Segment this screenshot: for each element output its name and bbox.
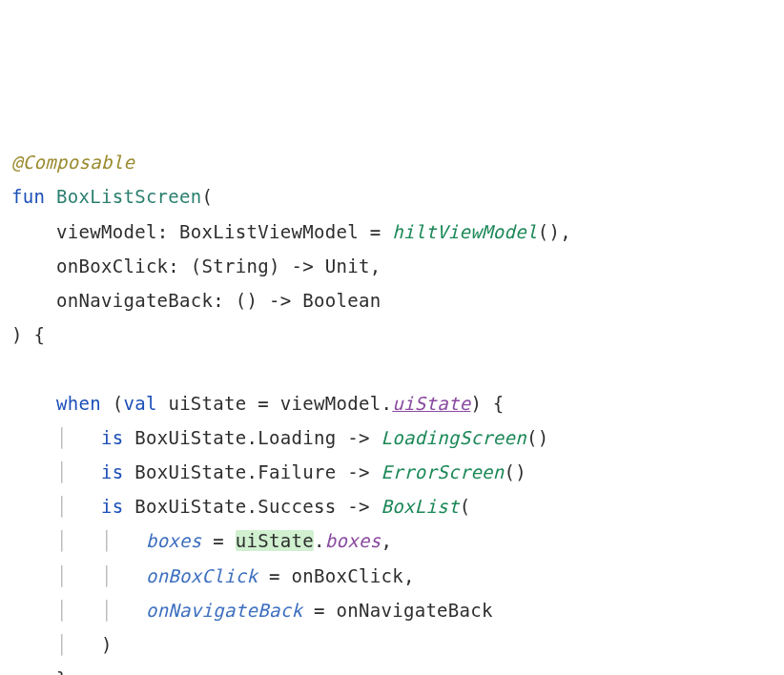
indent-guide: │ │ — [56, 565, 146, 586]
call-boxlist: BoxList — [381, 496, 459, 517]
highlight-uistate: uiState — [236, 530, 314, 551]
call-errorscreen: ErrorScreen — [381, 461, 504, 482]
arrow: -> — [347, 427, 369, 448]
line-branch-success: │ is BoxUiState.Success -> BoxList( — [11, 489, 773, 523]
dot: . — [381, 393, 392, 414]
line-param1: viewModel: BoxListViewModel = hiltViewMo… — [11, 215, 773, 249]
line-arg-onnavigateback: │ │ onNavigateBack = onNavigateBack — [11, 593, 773, 627]
comma: , — [381, 530, 392, 551]
when-open: ) { — [470, 393, 504, 414]
line-param2: onBoxClick: (String) -> Unit, — [11, 249, 773, 283]
paren-open: ( — [460, 496, 471, 517]
keyword-is: is — [101, 496, 123, 517]
indent-guide: │ │ — [56, 530, 146, 551]
val-onboxclick: onBoxClick — [292, 565, 403, 586]
indent-guide: │ — [56, 461, 101, 482]
named-arg-onnavigateback: onNavigateBack — [146, 600, 302, 621]
code-block: @Composablefun BoxListScreen( viewModel:… — [11, 145, 773, 675]
indent-guide: │ │ — [56, 600, 146, 621]
param-onnavigateback: onNavigateBack — [56, 290, 213, 311]
line-arg-boxes: │ │ boxes = uiState.boxes, — [11, 523, 773, 558]
call-loadingscreen: LoadingScreen — [381, 427, 526, 448]
comma: , — [560, 221, 571, 242]
type-lambda-string-unit: (String) -> Unit — [191, 256, 370, 276]
type-loading: BoxUiState.Loading — [134, 427, 336, 448]
keyword-when: when — [56, 393, 101, 414]
prop-uistate: uiState — [392, 393, 470, 414]
keyword-is: is — [101, 427, 123, 448]
line-blank — [11, 352, 773, 386]
line-when: when (val uiState = viewModel.uiState) { — [11, 386, 773, 420]
fun-body-open: ) { — [11, 324, 45, 345]
arrow: -> — [347, 496, 369, 517]
line-branch-loading: │ is BoxUiState.Loading -> LoadingScreen… — [11, 420, 773, 455]
equals: = — [359, 221, 392, 242]
param-viewmodel: viewModel — [56, 221, 157, 242]
close-brace-when: } — [56, 668, 68, 675]
type-success: BoxUiState.Success — [134, 496, 336, 517]
keyword-is: is — [101, 461, 123, 482]
equals: = — [247, 393, 280, 414]
type-lambda-boolean: () -> Boolean — [236, 290, 382, 311]
keyword-val: val — [123, 393, 156, 414]
indent-guide: │ — [56, 496, 101, 517]
function-name: BoxListScreen — [56, 186, 202, 207]
comma: , — [370, 256, 382, 276]
annotation-composable: @Composable — [11, 152, 134, 173]
comma: , — [403, 565, 415, 586]
named-arg-onboxclick: onBoxClick — [146, 565, 258, 586]
type-boxlistviewmodel: BoxListViewModel — [179, 221, 359, 242]
line-close-boxlist: │ ) — [11, 627, 773, 662]
paren-open: ( — [202, 186, 214, 207]
type-failure: BoxUiState.Failure — [134, 461, 336, 482]
var-uistate: uiState — [168, 393, 246, 414]
named-arg-boxes: boxes — [146, 530, 202, 551]
ref-viewmodel: viewModel — [280, 393, 382, 414]
line-param3: onNavigateBack: () -> Boolean — [11, 283, 773, 317]
parens: () — [538, 221, 560, 242]
line-arg-onboxclick: │ │ onBoxClick = onBoxClick, — [11, 559, 773, 593]
close-paren: ) — [101, 634, 113, 655]
line-annotation: @Composable — [11, 145, 773, 179]
arrow: -> — [347, 461, 369, 482]
dot: . — [314, 530, 325, 551]
parens: () — [505, 461, 526, 482]
val-onnavigateback: onNavigateBack — [336, 600, 492, 621]
line-body-open: ) { — [11, 317, 773, 352]
line-fun-decl: fun BoxListScreen( — [11, 179, 773, 214]
line-close-when: } — [11, 662, 773, 675]
ref-uistate: uiState — [236, 530, 314, 551]
indent-guide: │ — [56, 427, 101, 448]
keyword-fun: fun — [11, 186, 45, 207]
indent-guide: │ — [56, 634, 101, 655]
parens: () — [526, 427, 548, 448]
param-onboxclick: onBoxClick — [56, 256, 168, 276]
member-boxes: boxes — [325, 530, 382, 551]
call-hiltviewmodel: hiltViewModel — [392, 221, 538, 242]
line-branch-failure: │ is BoxUiState.Failure -> ErrorScreen() — [11, 455, 773, 489]
